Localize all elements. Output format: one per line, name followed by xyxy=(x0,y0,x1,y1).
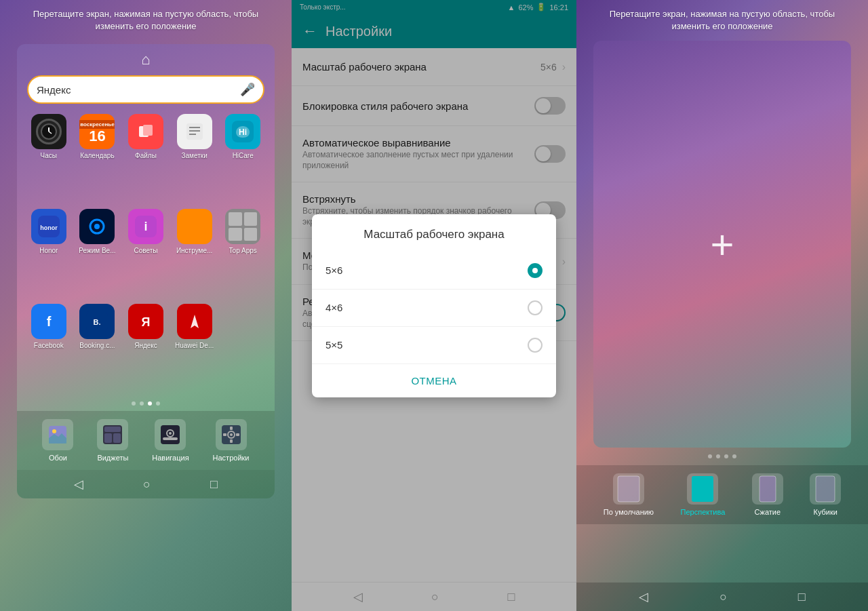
app-label-mode: Режим Ве... xyxy=(79,247,115,254)
dialog-option-text-4x6: 4×6 xyxy=(326,302,528,313)
app-icon-hicare: Hi xyxy=(225,114,260,149)
app-item-files[interactable]: Файлы xyxy=(124,114,167,203)
app-grid: Часы воскресенье 16 Календарь Файлы xyxy=(17,111,275,396)
left-phone-screen: ⌂ Яндекс 🎤 Часы xyxy=(17,44,275,498)
app-item-tools[interactable]: Инструме... xyxy=(173,209,216,298)
svg-rect-5 xyxy=(143,125,153,136)
app-label-hicare: HiCare xyxy=(233,152,254,159)
svg-point-38 xyxy=(230,433,233,436)
toolbar-item-navigation[interactable]: Навигация xyxy=(152,419,189,462)
right-dot-2 xyxy=(716,454,720,458)
app-item-facebook[interactable]: f Facebook xyxy=(27,304,71,393)
toolbar-icon-settings xyxy=(216,419,247,450)
svg-rect-43 xyxy=(618,476,639,502)
app-icon-huawei xyxy=(177,304,212,339)
right-toolbar-default[interactable]: По умолчанию xyxy=(604,473,654,516)
toolbar-label-settings: Настройки xyxy=(213,454,250,462)
right-dot-1 xyxy=(708,454,712,458)
search-text: Яндекс xyxy=(37,84,235,96)
app-icon-yandex: Я xyxy=(128,304,163,339)
right-toolbar-compress[interactable]: Сжатие xyxy=(752,473,783,516)
app-label-tools: Инструме... xyxy=(176,247,212,254)
right-toolbar-cube[interactable]: Кубики xyxy=(810,473,841,516)
recent-btn-left[interactable]: □ xyxy=(210,477,218,492)
app-icon-booking: B. xyxy=(79,304,115,339)
nav-bar-right: ◁ ○ □ xyxy=(576,583,868,611)
back-btn-left[interactable]: ◁ xyxy=(74,477,83,492)
toolbar-label-widgets: Виджеты xyxy=(97,454,128,462)
right-toolbar-label-compress: Сжатие xyxy=(754,508,781,516)
radio-5x6[interactable] xyxy=(528,263,542,278)
clock-face xyxy=(36,119,62,144)
app-item-yandex[interactable]: Я Яндекс xyxy=(124,304,167,393)
app-item-topapps[interactable]: Top Apps xyxy=(221,209,264,298)
toolbar-label-wallpaper: Обои xyxy=(49,454,67,462)
app-item-tips[interactable]: i Советы xyxy=(124,209,167,298)
dialog-box: Масштаб рабочего экрана 5×6 4×6 5×5 ОТМЕ… xyxy=(312,214,556,397)
home-btn-right[interactable]: ○ xyxy=(719,590,727,604)
right-dot-3 xyxy=(724,454,728,458)
app-label-calendar: Календарь xyxy=(80,152,114,159)
right-panel: Перетащите экран, нажимая на пустую обла… xyxy=(576,0,868,611)
app-item-booking[interactable]: B. Booking.c... xyxy=(76,304,119,393)
svg-rect-31 xyxy=(113,433,121,443)
svg-rect-41 xyxy=(223,433,226,436)
left-panel: Перетащите экран, нажимая на пустую обла… xyxy=(0,0,292,611)
app-icon-topapps xyxy=(225,209,260,244)
plus-icon[interactable]: + xyxy=(710,221,734,268)
app-item-mode[interactable]: Режим Ве... xyxy=(76,209,119,298)
dialog-option-5x5[interactable]: 5×5 xyxy=(312,327,556,364)
dialog-option-text-5x5: 5×5 xyxy=(326,339,528,351)
dialog-cancel-button[interactable]: ОТМЕНА xyxy=(312,364,556,397)
recent-btn-right[interactable]: □ xyxy=(798,590,806,604)
svg-text:B.: B. xyxy=(94,318,101,326)
right-toolbar-icon-perspective xyxy=(687,473,718,505)
home-icon-bar: ⌂ xyxy=(17,44,275,75)
toolbar-icon-navigation xyxy=(155,419,186,450)
right-dot-4 xyxy=(732,454,736,458)
app-icon-facebook: f xyxy=(31,304,66,339)
right-toolbar-perspective[interactable]: Перспектива xyxy=(681,473,726,516)
app-item-huawei[interactable]: Huawei De... xyxy=(173,304,216,393)
app-item-calendar[interactable]: воскресенье 16 Календарь xyxy=(76,114,119,203)
radio-5x5[interactable] xyxy=(528,338,542,353)
right-toolbar-icon-default xyxy=(613,473,644,505)
back-btn-right[interactable]: ◁ xyxy=(639,589,648,604)
page-dots xyxy=(17,396,275,411)
svg-text:i: i xyxy=(144,220,147,233)
home-btn-left[interactable]: ○ xyxy=(143,477,151,492)
app-item-clock[interactable]: Часы xyxy=(27,114,71,203)
svg-rect-44 xyxy=(692,476,713,502)
dot-4 xyxy=(156,401,160,406)
svg-point-27 xyxy=(52,429,56,433)
right-tip: Перетащите экран, нажимая на пустую обла… xyxy=(576,0,868,41)
svg-text:Я: Я xyxy=(142,315,151,329)
dialog-option-4x6[interactable]: 4×6 xyxy=(312,290,556,327)
home-icon: ⌂ xyxy=(141,51,150,68)
app-icon-mode xyxy=(79,209,115,244)
svg-text:f: f xyxy=(46,314,51,329)
app-label-files: Файлы xyxy=(135,152,157,159)
radio-4x6[interactable] xyxy=(528,300,542,315)
app-item-notes[interactable]: Заметки xyxy=(173,114,216,203)
toolbar-icon-widgets xyxy=(97,419,128,450)
svg-rect-33 xyxy=(163,437,178,440)
search-bar[interactable]: Яндекс 🎤 xyxy=(27,75,264,104)
middle-panel: Только экстр... ▲ 62% 🔋 16:21 ← Настройк… xyxy=(292,0,576,611)
app-label-tips: Советы xyxy=(134,247,158,254)
app-label-clock: Часы xyxy=(41,152,57,159)
toolbar-item-widgets[interactable]: Виджеты xyxy=(97,419,128,462)
dialog-option-5x6[interactable]: 5×6 xyxy=(312,252,556,290)
app-item-honor[interactable]: honor Honor xyxy=(27,209,71,298)
mic-icon: 🎤 xyxy=(240,82,255,97)
toolbar-item-settings[interactable]: Настройки xyxy=(213,419,250,462)
right-toolbar-label-perspective: Перспектива xyxy=(681,508,726,516)
dot-1 xyxy=(132,401,136,406)
nav-bar-left: ◁ ○ □ xyxy=(17,470,275,498)
app-item-hicare[interactable]: Hi HiCare xyxy=(221,114,264,203)
toolbar-icon-wallpaper xyxy=(42,419,73,450)
dot-2 xyxy=(140,401,144,406)
app-icon-clock xyxy=(31,114,66,149)
toolbar-item-wallpaper[interactable]: Обои xyxy=(42,419,73,462)
svg-rect-29 xyxy=(104,427,121,432)
